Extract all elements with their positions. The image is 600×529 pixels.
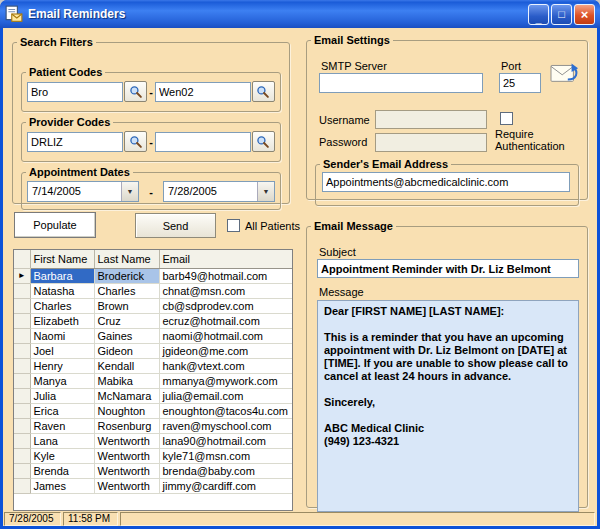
table-row[interactable]: KyleWentworthkyle71@msn.com (14, 448, 292, 463)
grid-cell[interactable]: Natasha (30, 283, 94, 298)
row-selector[interactable] (14, 388, 30, 403)
grid-cell[interactable]: Broderick (94, 268, 159, 283)
grid-cell[interactable]: Gideon (94, 343, 159, 358)
sender-email-input[interactable] (322, 172, 570, 192)
message-textarea[interactable]: Dear [FIRST NAME] [LAST NAME]: This is a… (317, 300, 579, 512)
row-selector[interactable] (14, 418, 30, 433)
username-input[interactable] (375, 110, 487, 129)
grid-cell[interactable]: brenda@baby.com (159, 463, 292, 478)
grid-cell[interactable]: Joel (30, 343, 94, 358)
provider-code-from-lookup-button[interactable] (124, 131, 147, 152)
grid-cell[interactable]: jimmy@cardiff.com (159, 478, 292, 493)
all-patients-checkbox[interactable] (227, 219, 240, 232)
date-from-dropdown[interactable]: 7/14/2005 ▼ (27, 181, 139, 202)
patient-code-from-lookup-button[interactable] (124, 81, 147, 102)
grid-cell[interactable]: ecruz@hotmail.com (159, 313, 292, 328)
row-selector[interactable] (14, 313, 30, 328)
grid-cell[interactable]: James (30, 478, 94, 493)
table-row[interactable]: HenryKendallhank@vtext.com (14, 358, 292, 373)
titlebar[interactable]: Email Reminders _ □ × (0, 0, 600, 28)
grid-cell[interactable]: Cruz (94, 313, 159, 328)
table-row[interactable]: BrendaWentworthbrenda@baby.com (14, 463, 292, 478)
row-selector[interactable]: ► (14, 268, 30, 283)
row-selector[interactable] (14, 478, 30, 493)
grid-cell[interactable]: Rosenburg (94, 418, 159, 433)
row-selector[interactable] (14, 343, 30, 358)
patient-code-from-input[interactable] (27, 82, 123, 102)
grid-cell[interactable]: Gaines (94, 328, 159, 343)
grid-cell[interactable]: Brown (94, 298, 159, 313)
grid-cell[interactable]: hank@vtext.com (159, 358, 292, 373)
grid-cell[interactable]: McNamara (94, 388, 159, 403)
grid-cell[interactable]: Kyle (30, 448, 94, 463)
grid-cell[interactable]: cb@sdprodev.com (159, 298, 292, 313)
grid-cell[interactable]: Naomi (30, 328, 94, 343)
table-row[interactable]: NaomiGainesnaomi@hotmail.com (14, 328, 292, 343)
date-to-dropdown-button[interactable]: ▼ (257, 182, 274, 201)
grid-cell[interactable]: Wentworth (94, 463, 159, 478)
column-header-last-name[interactable]: Last Name (94, 250, 159, 268)
grid-cell[interactable]: kyle71@msn.com (159, 448, 292, 463)
close-button[interactable]: × (574, 4, 595, 25)
row-selector[interactable] (14, 433, 30, 448)
grid-cell[interactable]: Julia (30, 388, 94, 403)
grid-cell[interactable]: Erica (30, 403, 94, 418)
table-row[interactable]: ElizabethCruzecruz@hotmail.com (14, 313, 292, 328)
grid-cell[interactable]: Wentworth (94, 433, 159, 448)
row-selector[interactable] (14, 328, 30, 343)
grid-cell[interactable]: Raven (30, 418, 94, 433)
table-row[interactable]: JamesWentworthjimmy@cardiff.com (14, 478, 292, 493)
grid-cell[interactable]: Charles (30, 298, 94, 313)
row-selector[interactable] (14, 283, 30, 298)
grid-cell[interactable]: barb49@hotmail.com (159, 268, 292, 283)
table-row[interactable]: JoelGideonjgideon@me.com (14, 343, 292, 358)
row-selector[interactable] (14, 448, 30, 463)
grid-cell[interactable]: raven@myschool.com (159, 418, 292, 433)
grid-cell[interactable]: Mabika (94, 373, 159, 388)
table-row[interactable]: ►BarbaraBroderickbarb49@hotmail.com (14, 268, 292, 283)
password-input[interactable] (375, 133, 487, 152)
column-header-email[interactable]: Email (159, 250, 292, 268)
grid-cell[interactable]: Wentworth (94, 448, 159, 463)
grid-cell[interactable]: Manya (30, 373, 94, 388)
grid-cell[interactable]: enoughton@tacos4u.com (159, 403, 292, 418)
port-input[interactable] (499, 73, 541, 93)
column-header-first-name[interactable]: First Name (30, 250, 94, 268)
grid-cell[interactable]: naomi@hotmail.com (159, 328, 292, 343)
grid-cell[interactable]: Henry (30, 358, 94, 373)
provider-code-to-input[interactable] (155, 132, 251, 152)
provider-code-from-input[interactable] (27, 132, 123, 152)
subject-input[interactable] (317, 259, 579, 278)
table-row[interactable]: ManyaMabikammanya@mywork.com (14, 373, 292, 388)
populate-button[interactable]: Populate (14, 212, 96, 238)
table-row[interactable]: RavenRosenburgraven@myschool.com (14, 418, 292, 433)
grid-cell[interactable]: julia@email.com (159, 388, 292, 403)
grid-cell[interactable]: Charles (94, 283, 159, 298)
row-selector[interactable] (14, 298, 30, 313)
grid-cell[interactable]: Brenda (30, 463, 94, 478)
row-selector[interactable] (14, 403, 30, 418)
table-row[interactable]: JuliaMcNamarajulia@email.com (14, 388, 292, 403)
patient-code-to-input[interactable] (155, 82, 251, 102)
table-row[interactable]: EricaNoughtonenoughton@tacos4u.com (14, 403, 292, 418)
patient-code-to-lookup-button[interactable] (252, 81, 275, 102)
grid-cell[interactable]: Elizabeth (30, 313, 94, 328)
grid-cell[interactable]: Barbara (30, 268, 94, 283)
row-selector[interactable] (14, 463, 30, 478)
table-row[interactable]: CharlesBrowncb@sdprodev.com (14, 298, 292, 313)
grid-cell[interactable]: chnat@msn.com (159, 283, 292, 298)
send-button[interactable]: Send (135, 213, 216, 238)
grid-cell[interactable]: Kendall (94, 358, 159, 373)
grid-cell[interactable]: Wentworth (94, 478, 159, 493)
row-selector[interactable] (14, 373, 30, 388)
provider-code-to-lookup-button[interactable] (252, 131, 275, 152)
maximize-button[interactable]: □ (551, 4, 572, 25)
minimize-button[interactable]: _ (528, 4, 549, 25)
require-authentication-checkbox[interactable] (500, 112, 513, 125)
smtp-server-input[interactable] (319, 73, 483, 93)
grid-cell[interactable]: jgideon@me.com (159, 343, 292, 358)
table-row[interactable]: LanaWentworthlana90@hotmail.com (14, 433, 292, 448)
grid-cell[interactable]: lana90@hotmail.com (159, 433, 292, 448)
table-row[interactable]: NatashaCharleschnat@msn.com (14, 283, 292, 298)
date-from-dropdown-button[interactable]: ▼ (121, 182, 138, 201)
